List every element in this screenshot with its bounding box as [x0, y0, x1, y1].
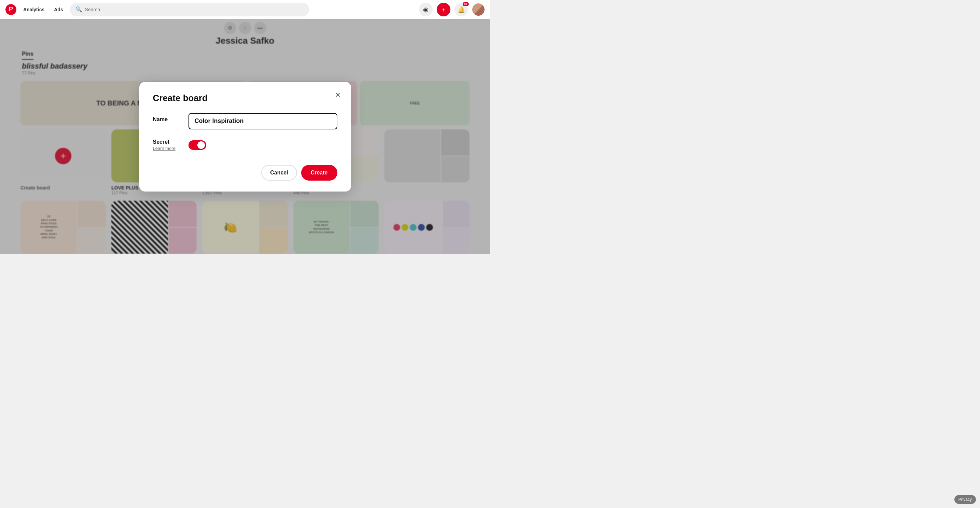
name-label: Name: [153, 113, 180, 122]
secret-label-group: Secret Learn more: [153, 139, 180, 151]
ads-link[interactable]: Ads: [51, 5, 65, 14]
nav-right: ◉ ＋ 🔔 9+: [419, 3, 485, 16]
toggle-track: [188, 140, 206, 150]
page-background: ⚙ ↑ ••• Jessica Safko Pins blissful bada…: [0, 19, 490, 254]
create-button[interactable]: Create: [301, 165, 337, 181]
board-name-input[interactable]: [188, 113, 337, 129]
cancel-button[interactable]: Cancel: [261, 165, 297, 181]
modal-close-button[interactable]: ✕: [332, 89, 344, 101]
close-icon: ✕: [335, 91, 341, 99]
search-input[interactable]: [85, 7, 304, 12]
add-pin-button[interactable]: ＋: [437, 3, 450, 16]
secret-label: Secret: [153, 139, 180, 145]
user-avatar[interactable]: [472, 3, 485, 16]
plus-icon: ＋: [441, 5, 447, 14]
notifications-button[interactable]: 🔔 9+: [455, 3, 468, 16]
modal-title: Create board: [153, 93, 337, 103]
modal-name-row: Name: [153, 113, 337, 129]
notif-badge: 9+: [463, 2, 469, 6]
secret-toggle[interactable]: [188, 140, 206, 150]
top-nav: P Analytics Ads 🔍 ◉ ＋ 🔔 9+: [0, 0, 490, 19]
modal-overlay[interactable]: Create board ✕ Name Secret Learn more: [0, 19, 490, 254]
secret-row: Secret Learn more: [153, 139, 337, 151]
analytics-link[interactable]: Analytics: [21, 5, 47, 14]
create-board-modal: Create board ✕ Name Secret Learn more: [139, 82, 351, 192]
search-bar[interactable]: 🔍: [70, 3, 309, 16]
compass-icon: ◉: [423, 6, 428, 13]
pinterest-logo[interactable]: P: [5, 4, 16, 15]
modal-footer: Cancel Create: [153, 165, 337, 181]
search-icon: 🔍: [75, 6, 82, 13]
bell-icon: 🔔: [458, 6, 465, 13]
learn-more-link[interactable]: Learn more: [153, 146, 175, 151]
toggle-thumb: [197, 141, 205, 149]
explore-button[interactable]: ◉: [419, 3, 433, 16]
